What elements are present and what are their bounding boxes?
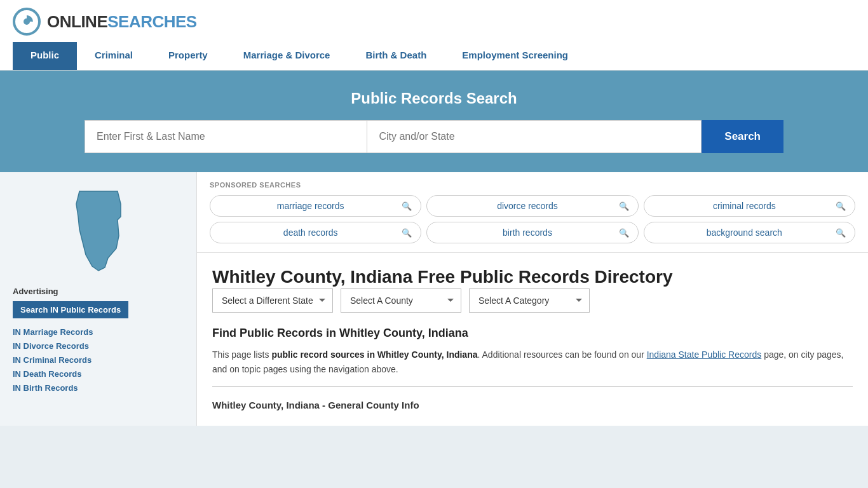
search-icon-death: 🔍 (402, 228, 412, 238)
sponsored-text-marriage: marriage records (219, 201, 402, 211)
name-input[interactable] (85, 120, 367, 153)
indiana-state-link[interactable]: Indiana State Public Records (647, 349, 762, 360)
category-dropdown[interactable]: Select A Category (469, 288, 590, 313)
state-dropdown[interactable]: Select a Different State (212, 288, 333, 313)
logo-area: ONLINE SEARCHES (13, 8, 855, 36)
nav-employment[interactable]: Employment Screening (444, 42, 586, 70)
main-nav: Public Criminal Property Marriage & Divo… (13, 42, 855, 70)
nav-public[interactable]: Public (13, 42, 77, 70)
sponsored-grid: marriage records 🔍 divorce records 🔍 cri… (210, 195, 855, 243)
nav-marriage-divorce[interactable]: Marriage & Divorce (226, 42, 348, 70)
sponsored-text-background: background search (653, 227, 836, 238)
search-icon-criminal: 🔍 (836, 201, 846, 211)
directory-title: Whitley County, Indiana Free Public Reco… (212, 266, 853, 288)
search-bar: Search (85, 120, 783, 153)
link-divorce[interactable]: IN Divorce Records (13, 341, 89, 351)
desc-bold1: public record sources in Whitley County,… (271, 349, 477, 360)
sidebar: Advertising Search IN Public Records IN … (0, 172, 197, 426)
desc-part2: . Additional resources can be found on o… (478, 349, 647, 360)
content-area: SPONSORED SEARCHES marriage records 🔍 di… (197, 172, 868, 426)
sponsored-text-death: death records (219, 227, 402, 238)
nav-property[interactable]: Property (151, 42, 226, 70)
directory-section: Whitley County, Indiana Free Public Reco… (197, 253, 868, 426)
sponsored-item-background[interactable]: background search 🔍 (644, 222, 855, 243)
link-marriage[interactable]: IN Marriage Records (13, 327, 93, 337)
find-title: Find Public Records in Whitley County, I… (212, 327, 853, 340)
location-input[interactable] (367, 120, 702, 153)
header: ONLINE SEARCHES Public Criminal Property… (0, 0, 868, 71)
logo-text-online: ONLINE (47, 12, 107, 32)
search-icon-birth: 🔍 (619, 228, 629, 238)
dropdowns: Select a Different State Select A County… (212, 288, 853, 313)
sidebar-links: IN Marriage Records IN Divorce Records I… (13, 326, 184, 393)
link-criminal[interactable]: IN Criminal Records (13, 355, 92, 365)
nav-criminal[interactable]: Criminal (77, 42, 151, 70)
sponsored-label: SPONSORED SEARCHES (210, 181, 855, 189)
sponsored-item-marriage[interactable]: marriage records 🔍 (210, 195, 421, 217)
logo-text-searches: SEARCHES (107, 12, 196, 32)
link-birth[interactable]: IN Birth Records (13, 383, 78, 393)
sponsored-section: SPONSORED SEARCHES marriage records 🔍 di… (197, 172, 868, 253)
advertising-label: Advertising (13, 287, 184, 296)
ad-button[interactable]: Search IN Public Records (13, 301, 128, 318)
sponsored-item-divorce[interactable]: divorce records 🔍 (426, 195, 638, 217)
list-item: IN Divorce Records (13, 340, 184, 351)
sponsored-text-divorce: divorce records (436, 201, 618, 211)
sponsored-text-criminal: criminal records (653, 201, 836, 211)
desc-part1: This page lists (212, 349, 271, 360)
general-info-title: Whitley County, Indiana - General County… (212, 393, 853, 413)
section-divider (212, 386, 853, 387)
sponsored-text-birth: birth records (436, 227, 618, 238)
hero-section: Public Records Search Search (0, 71, 868, 172)
sponsored-item-death[interactable]: death records 🔍 (210, 222, 421, 243)
list-item: IN Criminal Records (13, 354, 184, 365)
state-map (13, 185, 184, 274)
search-button[interactable]: Search (702, 120, 783, 153)
search-icon-background: 🔍 (836, 228, 846, 238)
hero-title: Public Records Search (13, 90, 855, 107)
list-item: IN Birth Records (13, 382, 184, 393)
nav-birth-death[interactable]: Birth & Death (348, 42, 444, 70)
search-icon-divorce: 🔍 (619, 201, 629, 211)
county-dropdown[interactable]: Select A County (341, 288, 461, 313)
indiana-map (60, 185, 137, 274)
description-text: This page lists public record sources in… (212, 348, 853, 376)
list-item: IN Marriage Records (13, 326, 184, 337)
list-item: IN Death Records (13, 368, 184, 379)
sponsored-item-criminal[interactable]: criminal records 🔍 (644, 195, 855, 217)
main-area: Advertising Search IN Public Records IN … (0, 172, 868, 426)
logo-icon (13, 8, 41, 36)
svg-point-1 (24, 18, 30, 25)
sponsored-item-birth[interactable]: birth records 🔍 (426, 222, 638, 243)
search-icon-marriage: 🔍 (402, 201, 412, 211)
link-death[interactable]: IN Death Records (13, 369, 81, 379)
